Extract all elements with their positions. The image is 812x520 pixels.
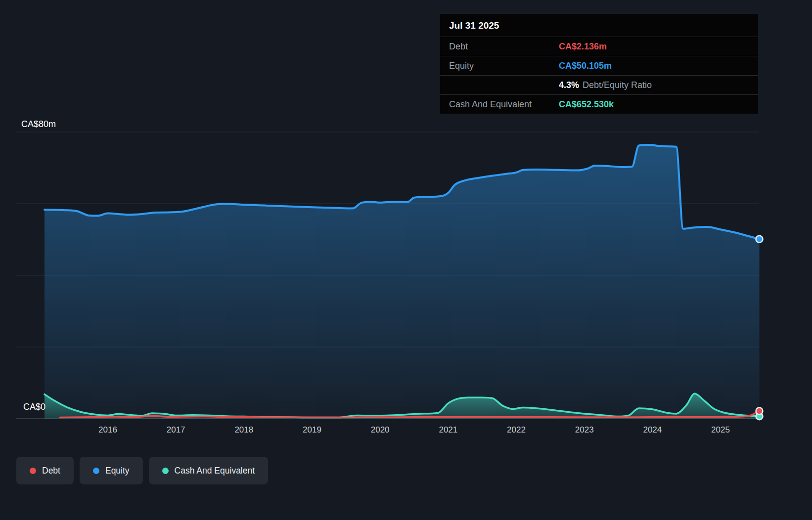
- tooltip-equity-value: CA$50.105m: [559, 61, 749, 71]
- legend-item-equity[interactable]: Equity: [80, 457, 143, 484]
- tooltip-equity-label: Equity: [449, 61, 559, 71]
- x-axis-label-2022: 2022: [507, 425, 526, 435]
- x-axis-label-2024: 2024: [643, 425, 662, 435]
- x-axis-label-2023: 2023: [575, 425, 594, 435]
- tooltip-row-equity: Equity CA$50.105m: [440, 56, 758, 75]
- y-axis-label-max: CA$80m: [21, 119, 56, 130]
- tooltip-date: Jul 31 2025: [440, 14, 758, 37]
- tooltip-debt-label: Debt: [449, 42, 559, 52]
- x-axis-label-2019: 2019: [303, 425, 321, 435]
- legend-cash-label: Cash And Equivalent: [175, 466, 255, 476]
- tooltip-ratio-value-wrap: 4.3%Debt/Equity Ratio: [559, 80, 749, 90]
- tooltip-debt-value: CA$2.136m: [559, 42, 749, 52]
- x-axis-label-2021: 2021: [439, 425, 457, 435]
- legend-debt-label: Debt: [42, 466, 60, 476]
- x-axis-label-2016: 2016: [98, 425, 117, 435]
- equity-endpoint-marker: [756, 236, 763, 243]
- tooltip-ratio-value: 4.3%: [559, 80, 579, 90]
- tooltip-row-debt: Debt CA$2.136m: [440, 37, 758, 56]
- x-axis-label-2025: 2025: [711, 425, 730, 435]
- legend-equity-label: Equity: [105, 466, 130, 476]
- tooltip-ratio-label: Debt/Equity Ratio: [583, 80, 652, 90]
- legend-item-cash[interactable]: Cash And Equivalent: [149, 457, 268, 484]
- legend-dot-cash-icon: [162, 468, 169, 474]
- balance-sheet-history-chart: CA$80m CA$0 2016201720182019202020212022…: [0, 0, 812, 520]
- tooltip-row-debt-equity-ratio: 4.3%Debt/Equity Ratio: [440, 75, 758, 94]
- chart-tooltip: Jul 31 2025 Debt CA$2.136m Equity CA$50.…: [440, 14, 758, 114]
- tooltip-cash-label: Cash And Equivalent: [449, 99, 559, 110]
- legend: Debt Equity Cash And Equivalent: [16, 457, 268, 484]
- legend-dot-equity-icon: [93, 468, 99, 474]
- x-axis-label-2018: 2018: [234, 425, 253, 435]
- tooltip-cash-value: CA$652.530k: [559, 99, 749, 110]
- x-axis-label-2020: 2020: [371, 425, 390, 435]
- tooltip-row-cash: Cash And Equivalent CA$652.530k: [440, 94, 758, 114]
- equity-area: [45, 145, 760, 419]
- legend-dot-debt-icon: [30, 468, 36, 474]
- debt-endpoint-marker: [756, 408, 763, 415]
- x-axis: 2016201720182019202020212022202320242025: [0, 425, 812, 439]
- x-axis-label-2017: 2017: [167, 425, 185, 435]
- legend-item-debt[interactable]: Debt: [16, 457, 74, 484]
- y-axis-label-zero: CA$0: [23, 402, 45, 412]
